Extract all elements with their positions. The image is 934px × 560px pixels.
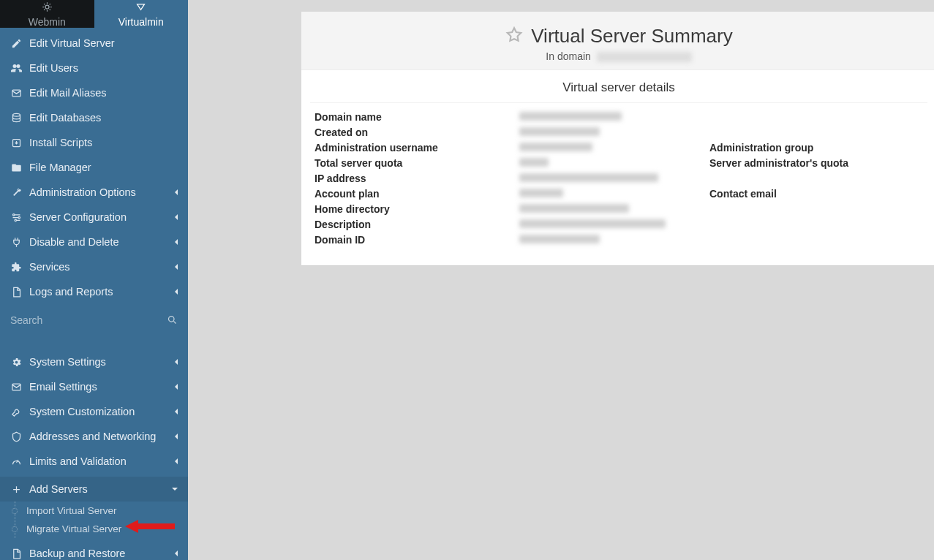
page-title: Virtual Server Summary: [531, 25, 733, 48]
detail-value-domain-id: [519, 233, 709, 246]
sidebar-item-label: Add Servers: [29, 483, 165, 496]
caret-left-icon: [175, 289, 178, 295]
main-content: Virtual Server Summary In domain Virtual…: [188, 0, 934, 560]
sidebar-item-administration-options[interactable]: Administration Options: [0, 180, 188, 205]
details-grid: Domain name Created on Administration us…: [301, 103, 934, 265]
detail-value-contact-email: [856, 187, 923, 200]
detail-key-description: Description: [315, 218, 519, 231]
sidebar-item-install-scripts[interactable]: Install Scripts: [0, 130, 188, 155]
caret-left-icon: [175, 264, 178, 270]
subtitle-prefix: In domain: [546, 50, 590, 62]
detail-key-total-quota: Total server quota: [315, 156, 519, 170]
search-input[interactable]: [10, 311, 161, 330]
virtualmin-logo-icon: [135, 1, 146, 15]
svg-point-5: [18, 216, 20, 219]
caret-left-icon: [175, 409, 178, 415]
sidebar-item-label: System Customization: [29, 405, 167, 418]
sidebar-item-limits-validation[interactable]: Limits and Validation: [0, 449, 188, 474]
top-tabs: Webmin Virtualmin: [0, 0, 188, 28]
redacted-domain: [597, 52, 692, 62]
sidebar-item-edit-virtual-server[interactable]: Edit Virtual Server: [0, 31, 188, 56]
detail-value-description: [519, 218, 709, 231]
summary-panel: Virtual Server Summary In domain Virtual…: [301, 12, 934, 265]
database-icon: [10, 112, 22, 124]
svg-point-0: [45, 5, 49, 9]
detail-key-domain-id: Domain ID: [315, 233, 519, 246]
sidebar-item-label: Services: [29, 260, 167, 273]
plug-icon: [10, 236, 22, 248]
section-title: Virtual server details: [310, 70, 927, 103]
sidebar-item-label: Disable and Delete: [29, 235, 167, 249]
detail-value-domain-name: [519, 110, 709, 124]
sidebar-item-label: Server Configuration: [29, 211, 167, 224]
folder-icon: [10, 162, 22, 173]
mail-icon: [10, 87, 22, 99]
caret-left-icon: [175, 189, 178, 195]
caret-left-icon: [175, 550, 178, 556]
plus-icon: [10, 483, 22, 495]
detail-key-domain-name: Domain name: [315, 110, 519, 124]
submenu-label: Import Virtual Server: [26, 505, 117, 516]
caret-left-icon: [175, 239, 178, 245]
sidebar-item-migrate-virtual-server[interactable]: Migrate Virtual Server: [20, 520, 188, 538]
add-servers-submenu: Import Virtual Server Migrate Virtual Se…: [0, 502, 188, 538]
sidebar-item-import-virtual-server[interactable]: Import Virtual Server: [20, 502, 188, 520]
detail-value-admin-quota: [856, 156, 923, 170]
search-icon[interactable]: [167, 314, 178, 328]
sidebar-item-email-settings[interactable]: Email Settings: [0, 374, 188, 399]
detail-value-account-plan: [519, 187, 709, 200]
sidebar-item-services[interactable]: Services: [0, 254, 188, 279]
detail-key-home-directory: Home directory: [315, 203, 519, 216]
sidebar-item-edit-users[interactable]: Edit Users: [0, 56, 188, 80]
sidebar-item-edit-databases[interactable]: Edit Databases: [0, 105, 188, 130]
sidebar-item-addresses-networking[interactable]: Addresses and Networking: [0, 424, 188, 449]
sidebar-item-label: Limits and Validation: [29, 455, 167, 468]
sidebar-item-edit-mail-aliases[interactable]: Edit Mail Aliases: [0, 80, 188, 105]
tab-virtualmin-label: Virtualmin: [118, 16, 164, 28]
sidebar-item-disable-delete[interactable]: Disable and Delete: [0, 230, 188, 254]
mail-icon: [10, 381, 22, 393]
detail-key-admin-username: Administration username: [315, 141, 519, 154]
sidebar-item-system-settings[interactable]: System Settings: [0, 349, 188, 374]
sidebar-item-backup-restore[interactable]: Backup and Restore: [0, 541, 188, 560]
install-icon: [10, 137, 22, 148]
svg-point-4: [12, 213, 15, 216]
gear-icon: [10, 356, 22, 368]
sliders-icon: [10, 211, 22, 223]
tab-webmin-label: Webmin: [29, 16, 66, 28]
sidebar-item-system-customization[interactable]: System Customization: [0, 399, 188, 424]
sidebar-item-label: Install Scripts: [29, 136, 178, 149]
sidebar-item-logs-reports[interactable]: Logs and Reports: [0, 279, 188, 304]
document-icon: [10, 548, 22, 559]
spanner-icon: [10, 406, 22, 417]
caret-left-icon: [175, 384, 178, 390]
puzzle-icon: [10, 261, 22, 273]
sidebar-item-label: Logs and Reports: [29, 285, 167, 298]
caret-left-icon: [175, 214, 178, 220]
detail-key-contact-email: Contact email: [709, 187, 856, 200]
sidebar: Webmin Virtualmin Edit Virtual Server Ed…: [0, 0, 188, 560]
tab-webmin[interactable]: Webmin: [0, 0, 94, 28]
sidebar-item-add-servers[interactable]: Add Servers: [0, 477, 188, 502]
detail-key-account-plan: Account plan: [315, 187, 519, 200]
tab-virtualmin[interactable]: Virtualmin: [94, 0, 189, 28]
detail-value-ip-address: [519, 172, 709, 185]
svg-point-7: [169, 316, 175, 322]
gauge-icon: [10, 455, 22, 467]
detail-value-admin-username: [519, 141, 709, 154]
star-icon[interactable]: [505, 26, 524, 48]
caret-left-icon: [175, 458, 178, 464]
submenu-label: Migrate Virtual Server: [26, 523, 121, 534]
caret-left-icon: [175, 359, 178, 365]
detail-value-created-on: [519, 126, 709, 139]
sidebar-item-server-configuration[interactable]: Server Configuration: [0, 205, 188, 230]
sidebar-item-file-manager[interactable]: File Manager: [0, 155, 188, 180]
users-icon: [10, 62, 22, 74]
detail-key-created-on: Created on: [315, 126, 519, 139]
panel-header: Virtual Server Summary In domain: [301, 12, 934, 70]
sidebar-item-add-servers-group: Add Servers Import Virtual Server Migrat…: [0, 474, 188, 541]
wrench-icon: [10, 186, 22, 198]
sidebar-item-label: Addresses and Networking: [29, 430, 167, 443]
sidebar-item-label: Administration Options: [29, 186, 167, 199]
detail-key-ip-address: IP address: [315, 172, 519, 185]
